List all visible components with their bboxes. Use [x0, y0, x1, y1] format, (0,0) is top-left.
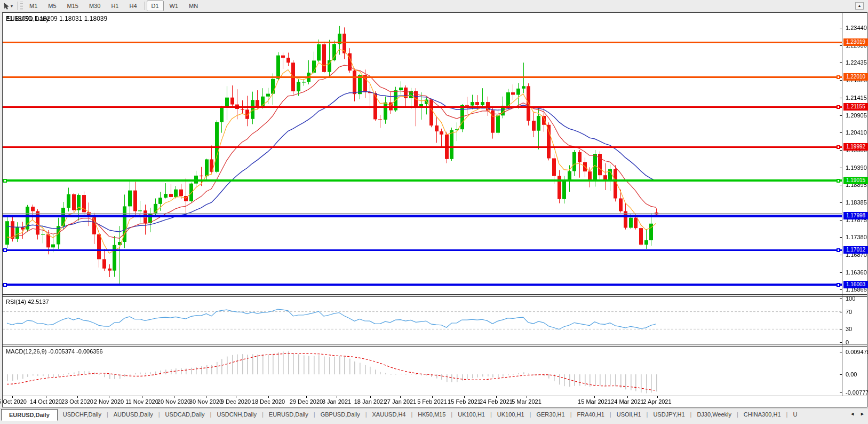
rsi-label: RSI(14) 42.5137 — [6, 299, 49, 305]
timeframe-button-m1[interactable]: M1 — [25, 1, 42, 11]
pane-divider — [3, 294, 867, 295]
pane-divider — [3, 296, 867, 297]
line-anchor-handle[interactable] — [837, 75, 840, 79]
date-axis-label: 15 Feb 2021 — [448, 398, 481, 405]
chevron-down-icon: ▼ — [10, 4, 14, 8]
date-axis-label: 14 Oct 2020 — [30, 398, 62, 405]
chart-cursor-tool[interactable]: ▼ — [2, 1, 15, 11]
chart-tab-uk100-h1[interactable]: UK100,H1 — [452, 409, 490, 420]
timeframe-button-d1[interactable]: D1 — [147, 1, 164, 11]
price-level-badge: 1.17012 — [843, 246, 868, 254]
price-level-badge: 1.17998 — [843, 212, 868, 219]
scroll-up-button[interactable]: ▲ — [855, 2, 864, 10]
chart-tab-xauusd-h4[interactable]: XAUUSD,H4 — [367, 409, 411, 420]
rsi-axis-label: 100 — [846, 295, 855, 302]
horizontal-level-line-1.17998[interactable] — [3, 215, 842, 217]
line-anchor-handle[interactable] — [837, 179, 840, 183]
price-axis-label: 1.17380 — [846, 234, 867, 240]
bid-price-line — [3, 213, 842, 214]
date-axis-label: 8 Jan 2021 — [322, 398, 351, 405]
timeframe-button-h1[interactable]: H1 — [106, 1, 123, 11]
timeframe-button-m15[interactable]: M15 — [62, 1, 83, 11]
toolbar-separator — [17, 2, 18, 10]
chart-tab-hk50-m15[interactable]: HK50,M15 — [412, 409, 451, 420]
chart-tab-ger30-h1[interactable]: GER30,H1 — [531, 409, 570, 420]
line-anchor-handle[interactable] — [837, 283, 840, 287]
timeframe-button-group: M1M5M15M30H1H4D1W1MN — [24, 1, 203, 11]
price-axis-line — [842, 13, 842, 396]
date-axis-label: 18 Dec 2020 — [252, 398, 285, 405]
date-axis-label: 2 Nov 2020 — [94, 398, 124, 405]
horizontal-level-line-1.19015[interactable] — [3, 179, 842, 182]
price-axis-label: 1.21415 — [846, 95, 867, 101]
date-axis-label: 24 Mar 2021 — [611, 398, 644, 405]
chart-tab-gbpusd-daily[interactable]: GBPUSD,Daily — [315, 409, 365, 420]
tab-scroll-left-icon[interactable]: ◄ — [850, 411, 855, 417]
timeframe-button-m5[interactable]: M5 — [43, 1, 61, 11]
rsi-axis-label: 0 — [846, 339, 849, 346]
chart-tab-eurusd-daily[interactable]: EURUSD,Daily — [1, 409, 58, 421]
chart-tab-usdcnh-daily[interactable]: USDCNH,Daily — [211, 409, 262, 420]
macd-axis-label: 0.00 — [846, 371, 857, 378]
pane-divider — [3, 344, 867, 344]
tab-list: EURUSD,DailyUSDCHF,Daily|AUDUSD,Daily|US… — [0, 409, 802, 421]
chart-tab-usdcad-daily[interactable]: USDCAD,Daily — [160, 409, 210, 420]
rsi-axis-label: 70 — [846, 309, 852, 315]
chart-tab-bar: EURUSD,DailyUSDCHF,Daily|AUDUSD,Daily|US… — [0, 408, 868, 424]
price-axis-label: 1.18385 — [846, 199, 867, 206]
date-axis-label: 23 Oct 2020 — [61, 398, 93, 405]
chart-tab-uk100-h1[interactable]: UK100,H1 — [492, 409, 530, 420]
chart-tab-audusd-daily[interactable]: AUDUSD,Daily — [108, 409, 158, 420]
date-axis-label: 5 Oct 2020 — [0, 398, 27, 405]
chart-tab-eurusd-daily[interactable]: EURUSD,Daily — [264, 409, 314, 420]
horizontal-level-line-1.17012[interactable] — [3, 249, 842, 251]
toolbar-separator — [144, 2, 145, 10]
line-anchor-handle[interactable] — [3, 248, 7, 252]
price-level-badge: 1.19015 — [843, 177, 868, 184]
chart-tab-usoil-h1[interactable]: USOil,H1 — [611, 409, 647, 420]
chart-tab-usdjpy-h1[interactable]: USDJPY,H1 — [648, 409, 690, 420]
price-axis-label: 1.20905 — [846, 112, 867, 119]
horizontal-level-line-1.16003[interactable] — [3, 284, 842, 286]
chart-title: ▼EURUSD,Daily 1.18091 1.18209 1.18031 1.… — [6, 15, 10, 22]
line-anchor-handle[interactable] — [837, 145, 840, 149]
rsi-axis-label: 30 — [846, 326, 852, 332]
chart-tab-dj30-weekly[interactable]: DJ30,Weekly — [691, 409, 737, 420]
timeframe-button-h4[interactable]: H4 — [124, 1, 141, 11]
macd-label: MACD(12,26,9) -0.005374 -0.006356 — [6, 348, 103, 355]
line-anchor-handle[interactable] — [3, 179, 7, 183]
date-axis-label: 29 Dec 2020 — [290, 398, 323, 405]
line-anchor-handle[interactable] — [837, 248, 840, 252]
date-axis-label: 9 Dec 2020 — [221, 398, 251, 405]
chart-tab-china300-h1[interactable]: CHINA300,H1 — [738, 409, 786, 420]
chart-window: ▼EURUSD,Daily 1.18091 1.18209 1.18031 1.… — [2, 12, 867, 407]
date-axis-border — [3, 396, 867, 396]
horizontal-level-line-1.21155[interactable] — [3, 106, 842, 108]
price-axis-label: 1.23440 — [846, 25, 867, 31]
chart-tab-fra40-h1[interactable]: FRA40,H1 — [572, 409, 610, 420]
timeframe-button-m30[interactable]: M30 — [84, 1, 105, 11]
chart-title-ohlc: 1.18091 1.18209 1.18031 1.18039 — [10, 15, 108, 22]
date-axis-label: 5 Feb 2021 — [417, 398, 447, 405]
macd-axis-label: -0.007778 — [846, 389, 868, 396]
chart-tab-u[interactable]: U — [787, 409, 802, 420]
timeframe-button-mn[interactable]: MN — [184, 1, 203, 11]
price-axis-label: 1.16360 — [846, 269, 867, 276]
horizontal-level-line-1.23019[interactable] — [3, 42, 842, 43]
price-level-badge: 1.23019 — [843, 38, 868, 46]
line-anchor-handle[interactable] — [3, 283, 7, 287]
horizontal-level-line-1.19992[interactable] — [3, 146, 842, 148]
horizontal-level-line-1.22010[interactable] — [3, 76, 842, 78]
price-axis-label: 1.22435 — [846, 59, 867, 66]
date-axis-label: 15 Mar 2021 — [578, 398, 611, 405]
timeframe-button-w1[interactable]: W1 — [165, 1, 184, 11]
line-anchor-handle[interactable] — [837, 105, 840, 109]
price-level-badge: 1.21155 — [843, 103, 868, 111]
price-level-badge: 1.22010 — [843, 73, 868, 81]
tab-scroll-arrows: ◄ ► — [850, 411, 865, 417]
price-chart-canvas[interactable] — [3, 13, 867, 407]
chart-tab-usdchf-daily[interactable]: USDCHF,Daily — [58, 409, 107, 420]
tab-scroll-right-icon[interactable]: ► — [860, 411, 865, 417]
toolbar: ▼ M1M5M15M30H1H4D1W1MN ▲ — [0, 0, 868, 12]
date-axis-label: 24 Feb 2021 — [480, 398, 513, 405]
